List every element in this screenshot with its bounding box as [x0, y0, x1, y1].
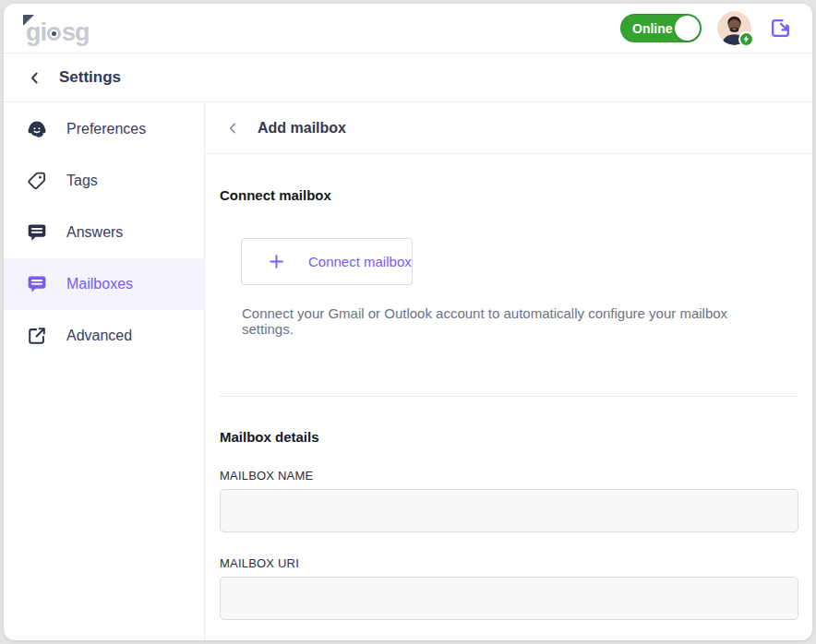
- connect-mailbox-button-label: Connect mailbox: [308, 254, 412, 269]
- pop-in-window-icon[interactable]: [767, 15, 794, 42]
- mailbox-uri-label: MAILBOX URI: [220, 556, 798, 570]
- chat-bubble-lines-icon: [27, 274, 47, 294]
- sidebar-item-tags[interactable]: Tags: [4, 155, 204, 207]
- lightning-badge-icon: [738, 31, 754, 47]
- logo-o-mark: [47, 27, 61, 41]
- sidebar-item-label: Advanced: [66, 328, 132, 344]
- sidebar-item-label: Preferences: [66, 121, 146, 137]
- main-content: Add mailbox Connect mailbox Connect mail…: [205, 102, 812, 640]
- sidebar-item-label: Tags: [66, 173, 98, 189]
- settings-header: Settings: [4, 54, 812, 102]
- chevron-left-icon: [226, 122, 239, 135]
- sidebar-item-advanced[interactable]: Advanced: [4, 310, 204, 362]
- plus-icon: [268, 253, 285, 270]
- settings-title: Settings: [59, 68, 121, 87]
- sidebar-item-label: Answers: [66, 224, 123, 241]
- logo-flag-icon: [22, 15, 35, 27]
- section-divider: [220, 396, 798, 397]
- sidebar-item-preferences[interactable]: Preferences: [4, 103, 204, 155]
- chevron-left-icon: [28, 71, 42, 85]
- top-bar-controls: Online: [620, 11, 794, 45]
- online-status-toggle[interactable]: Online: [620, 14, 702, 42]
- giosg-logo: gisg: [26, 11, 90, 45]
- settings-sidebar: Preferences Tags: [4, 102, 205, 640]
- connect-mailbox-heading: Connect mailbox: [220, 187, 798, 203]
- external-link-icon: [27, 326, 47, 346]
- user-avatar[interactable]: [717, 11, 751, 45]
- mailbox-name-input[interactable]: [220, 489, 798, 532]
- mailbox-details-heading: Mailbox details: [220, 429, 798, 445]
- top-bar: gisg Online: [4, 4, 812, 54]
- logo-text: gisg: [26, 20, 90, 45]
- support-agent-icon: [27, 119, 47, 139]
- connect-mailbox-button[interactable]: Connect mailbox: [241, 238, 413, 285]
- chat-bubble-lines-icon: [27, 222, 47, 243]
- mailbox-form-area: Connect mailbox Connect mailbox Connect …: [205, 154, 812, 640]
- add-mailbox-header: Add mailbox: [205, 102, 812, 154]
- toggle-knob[interactable]: [675, 16, 700, 41]
- tag-icon: [27, 171, 47, 191]
- add-mailbox-back-button[interactable]: [226, 122, 239, 135]
- settings-back-button[interactable]: [28, 71, 42, 85]
- app-window: gisg Online: [4, 4, 812, 640]
- connect-mailbox-description: Connect your Gmail or Outlook account to…: [242, 305, 776, 337]
- sidebar-item-label: Mailboxes: [66, 276, 133, 292]
- sidebar-item-mailboxes[interactable]: Mailboxes: [4, 258, 204, 310]
- mailbox-uri-input[interactable]: [220, 577, 798, 620]
- mailbox-name-label: MAILBOX NAME: [220, 469, 798, 483]
- online-status-label: Online: [632, 21, 673, 36]
- page-title: Add mailbox: [258, 120, 346, 137]
- sidebar-item-answers[interactable]: Answers: [4, 207, 204, 258]
